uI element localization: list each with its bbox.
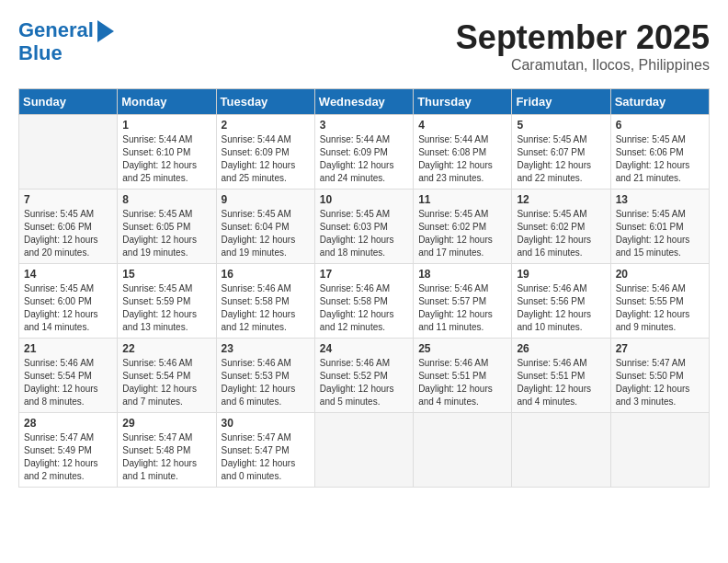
day-number: 24 [320,342,408,355]
day-info: Sunrise: 5:47 AMSunset: 5:49 PMDaylight:… [24,431,112,483]
day-info: Sunrise: 5:46 AMSunset: 5:53 PMDaylight:… [222,357,310,408]
day-info: Sunrise: 5:45 AMSunset: 6:06 PMDaylight:… [616,133,704,185]
calendar-cell: 16Sunrise: 5:46 AMSunset: 5:58 PMDayligh… [216,264,314,339]
calendar-cell [314,413,413,488]
calendar-cell: 13Sunrise: 5:45 AMSunset: 6:01 PMDayligh… [610,190,709,264]
calendar-cell: 26Sunrise: 5:46 AMSunset: 5:51 PMDayligh… [512,339,610,413]
calendar-cell: 17Sunrise: 5:46 AMSunset: 5:58 PMDayligh… [314,264,413,339]
calendar-cell: 10Sunrise: 5:45 AMSunset: 6:03 PMDayligh… [314,190,413,264]
calendar-cell: 21Sunrise: 5:46 AMSunset: 5:54 PMDayligh… [19,339,118,413]
day-number: 23 [222,342,310,355]
day-info: Sunrise: 5:46 AMSunset: 5:55 PMDaylight:… [616,282,704,334]
column-header-thursday: Thursday [414,89,512,115]
calendar-cell: 18Sunrise: 5:46 AMSunset: 5:57 PMDayligh… [414,264,512,339]
day-number: 8 [122,193,210,206]
logo-text2: Blue [18,41,63,64]
calendar-cell: 25Sunrise: 5:46 AMSunset: 5:51 PMDayligh… [414,339,512,413]
day-number: 2 [222,119,310,132]
calendar-table: SundayMondayTuesdayWednesdayThursdayFrid… [18,88,710,488]
title-block: September 2025 Caramutan, Ilocos, Philip… [456,18,710,74]
calendar-week-row: 7Sunrise: 5:45 AMSunset: 6:06 PMDaylight… [19,190,710,264]
day-number: 1 [122,119,210,132]
calendar-cell: 20Sunrise: 5:46 AMSunset: 5:55 PMDayligh… [610,264,709,339]
calendar-cell: 8Sunrise: 5:45 AMSunset: 6:05 PMDaylight… [118,190,216,264]
calendar-cell [512,413,610,488]
day-number: 16 [222,268,310,281]
day-info: Sunrise: 5:45 AMSunset: 6:03 PMDaylight:… [320,208,408,259]
calendar-cell: 6Sunrise: 5:45 AMSunset: 6:06 PMDaylight… [610,115,709,190]
day-info: Sunrise: 5:45 AMSunset: 6:05 PMDaylight:… [122,208,210,259]
day-info: Sunrise: 5:47 AMSunset: 5:48 PMDaylight:… [122,431,210,483]
day-info: Sunrise: 5:45 AMSunset: 6:02 PMDaylight:… [517,208,605,259]
calendar-cell [610,413,709,488]
calendar-cell: 29Sunrise: 5:47 AMSunset: 5:48 PMDayligh… [118,413,216,488]
calendar-cell: 3Sunrise: 5:44 AMSunset: 6:09 PMDaylight… [314,115,413,190]
day-number: 10 [320,193,408,206]
day-info: Sunrise: 5:45 AMSunset: 6:04 PMDaylight:… [222,208,310,259]
calendar-cell: 12Sunrise: 5:45 AMSunset: 6:02 PMDayligh… [512,190,610,264]
day-info: Sunrise: 5:44 AMSunset: 6:09 PMDaylight:… [222,133,310,185]
calendar-header-row: SundayMondayTuesdayWednesdayThursdayFrid… [19,89,710,115]
day-number: 17 [320,268,408,281]
calendar-cell: 15Sunrise: 5:45 AMSunset: 5:59 PMDayligh… [118,264,216,339]
column-header-monday: Monday [118,89,216,115]
column-header-wednesday: Wednesday [314,89,413,115]
day-number: 30 [222,417,310,430]
day-info: Sunrise: 5:46 AMSunset: 5:58 PMDaylight:… [222,282,310,334]
calendar-cell: 7Sunrise: 5:45 AMSunset: 6:06 PMDaylight… [19,190,118,264]
calendar-cell: 19Sunrise: 5:46 AMSunset: 5:56 PMDayligh… [512,264,610,339]
logo-arrow-icon [97,20,114,42]
day-info: Sunrise: 5:46 AMSunset: 5:58 PMDaylight:… [320,282,408,334]
day-info: Sunrise: 5:45 AMSunset: 6:01 PMDaylight:… [616,208,704,259]
day-number: 20 [616,268,704,281]
calendar-cell: 1Sunrise: 5:44 AMSunset: 6:10 PMDaylight… [118,115,216,190]
calendar-cell: 23Sunrise: 5:46 AMSunset: 5:53 PMDayligh… [216,339,314,413]
day-info: Sunrise: 5:46 AMSunset: 5:54 PMDaylight:… [122,357,210,408]
calendar-cell: 24Sunrise: 5:46 AMSunset: 5:52 PMDayligh… [314,339,413,413]
calendar-cell: 4Sunrise: 5:44 AMSunset: 6:08 PMDaylight… [414,115,512,190]
day-info: Sunrise: 5:44 AMSunset: 6:10 PMDaylight:… [122,133,210,185]
day-info: Sunrise: 5:46 AMSunset: 5:52 PMDaylight:… [320,357,408,408]
day-info: Sunrise: 5:46 AMSunset: 5:51 PMDaylight:… [418,357,506,408]
day-info: Sunrise: 5:47 AMSunset: 5:50 PMDaylight:… [616,357,704,408]
calendar-cell [414,413,512,488]
day-number: 6 [616,119,704,132]
day-info: Sunrise: 5:45 AMSunset: 6:06 PMDaylight:… [24,208,112,259]
day-number: 9 [222,193,310,206]
day-info: Sunrise: 5:45 AMSunset: 6:07 PMDaylight:… [517,133,605,185]
day-number: 19 [517,268,605,281]
location-title: Caramutan, Ilocos, Philippines [456,57,710,74]
day-number: 29 [122,417,210,430]
day-number: 13 [616,193,704,206]
day-info: Sunrise: 5:46 AMSunset: 5:56 PMDaylight:… [517,282,605,334]
column-header-friday: Friday [512,89,610,115]
calendar-cell: 30Sunrise: 5:47 AMSunset: 5:47 PMDayligh… [216,413,314,488]
day-number: 27 [616,342,704,355]
day-number: 11 [418,193,506,206]
calendar-cell: 27Sunrise: 5:47 AMSunset: 5:50 PMDayligh… [610,339,709,413]
logo-text: General [18,19,94,41]
calendar-cell: 14Sunrise: 5:45 AMSunset: 6:00 PMDayligh… [19,264,118,339]
day-number: 12 [517,193,605,206]
calendar-cell: 28Sunrise: 5:47 AMSunset: 5:49 PMDayligh… [19,413,118,488]
day-number: 3 [320,119,408,132]
day-info: Sunrise: 5:44 AMSunset: 6:08 PMDaylight:… [418,133,506,185]
calendar-cell: 22Sunrise: 5:46 AMSunset: 5:54 PMDayligh… [118,339,216,413]
day-number: 15 [122,268,210,281]
calendar-cell [19,115,118,190]
calendar-week-row: 1Sunrise: 5:44 AMSunset: 6:10 PMDaylight… [19,115,710,190]
day-number: 28 [24,417,112,430]
day-number: 22 [122,342,210,355]
column-header-sunday: Sunday [19,89,118,115]
day-info: Sunrise: 5:45 AMSunset: 6:02 PMDaylight:… [418,208,506,259]
column-header-tuesday: Tuesday [216,89,314,115]
day-number: 21 [24,342,112,355]
day-info: Sunrise: 5:47 AMSunset: 5:47 PMDaylight:… [222,431,310,483]
calendar-week-row: 21Sunrise: 5:46 AMSunset: 5:54 PMDayligh… [19,339,710,413]
column-header-saturday: Saturday [610,89,709,115]
day-info: Sunrise: 5:44 AMSunset: 6:09 PMDaylight:… [320,133,408,185]
day-number: 4 [418,119,506,132]
day-info: Sunrise: 5:46 AMSunset: 5:57 PMDaylight:… [418,282,506,334]
calendar-week-row: 14Sunrise: 5:45 AMSunset: 6:00 PMDayligh… [19,264,710,339]
day-info: Sunrise: 5:46 AMSunset: 5:51 PMDaylight:… [517,357,605,408]
